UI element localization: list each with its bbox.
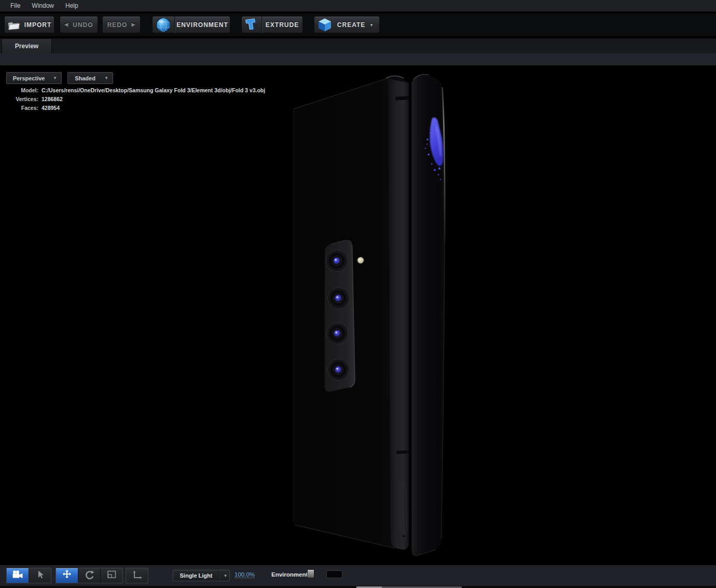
environment-checkbox[interactable] [307,569,314,578]
tab-preview[interactable]: Preview [2,38,52,53]
create-caret-icon: ▼ [369,23,374,27]
create-button-label: CREATE [335,21,367,29]
light-mode-value: Single Light [173,570,219,581]
menu-help[interactable]: Help [60,2,84,9]
environment-button-label: ENVIRONMENT [175,21,230,29]
light-mode-dropdown[interactable]: Single Light ▼ [173,570,230,581]
cube-icon [314,17,335,33]
axes-tool-button[interactable] [126,568,148,583]
extrude-button-label: EXTRUDE [262,21,302,29]
select-tool-button[interactable] [29,568,51,583]
preview-scale-value[interactable]: 100.0% [235,571,255,578]
undo-arrow-icon: ◀ [64,22,68,27]
move-icon [61,569,73,582]
phone-3d-model [0,66,716,565]
bottom-toolbar: Single Light ▼ 100.0% Environment [0,565,716,586]
rotate-icon [84,569,95,582]
axes-tool-group [126,568,148,583]
chevron-down-icon: ▼ [219,570,229,581]
menu-file[interactable]: File [5,2,26,9]
environment-button[interactable]: ENVIRONMENT [152,16,230,34]
environment-toggle-label: Environment [271,571,308,578]
folder-icon [7,20,20,30]
main-toolbar: IMPORT ◀ UNDO REDO ▶ [0,13,716,37]
menu-bar: File Window Help [0,0,716,12]
horizontal-scrollbar [0,586,716,588]
import-button[interactable]: IMPORT [4,16,54,34]
extrude-t-icon [242,17,261,33]
redo-arrow-icon: ▶ [131,22,135,27]
rotate-tool-button[interactable] [78,568,100,583]
view-tool-group [6,568,51,583]
tab-bar: Preview [0,38,716,53]
undo-label: UNDO [73,21,93,29]
globe-icon [153,17,174,33]
preview-sub-toolbar [0,53,716,66]
redo-label: REDO [107,21,128,29]
move-tool-button[interactable] [56,568,78,583]
axes-icon [131,569,143,582]
preview-viewport[interactable]: Perspective ▼ Shaded ▼ Model: C:/Users/r… [0,66,716,565]
create-button[interactable]: CREATE ▼ [314,16,380,34]
menu-window[interactable]: Window [26,2,60,9]
element3d-scene-setup-window: File Window Help IMPORT ◀ UNDO REDO ▶ [0,0,716,588]
redo-button[interactable]: REDO ▶ [102,16,141,34]
tab-preview-label: Preview [15,43,38,50]
import-label: IMPORT [24,21,52,29]
extrude-button[interactable]: EXTRUDE [241,16,303,34]
camera-icon [12,570,23,581]
cursor-icon [35,570,45,581]
transform-tool-group [56,568,123,583]
region-icon [106,570,117,581]
camera-tool-button[interactable] [7,568,29,583]
region-tool-button[interactable] [101,568,122,583]
environment-color-swatch[interactable] [326,570,342,578]
undo-button[interactable]: ◀ UNDO [60,16,98,34]
